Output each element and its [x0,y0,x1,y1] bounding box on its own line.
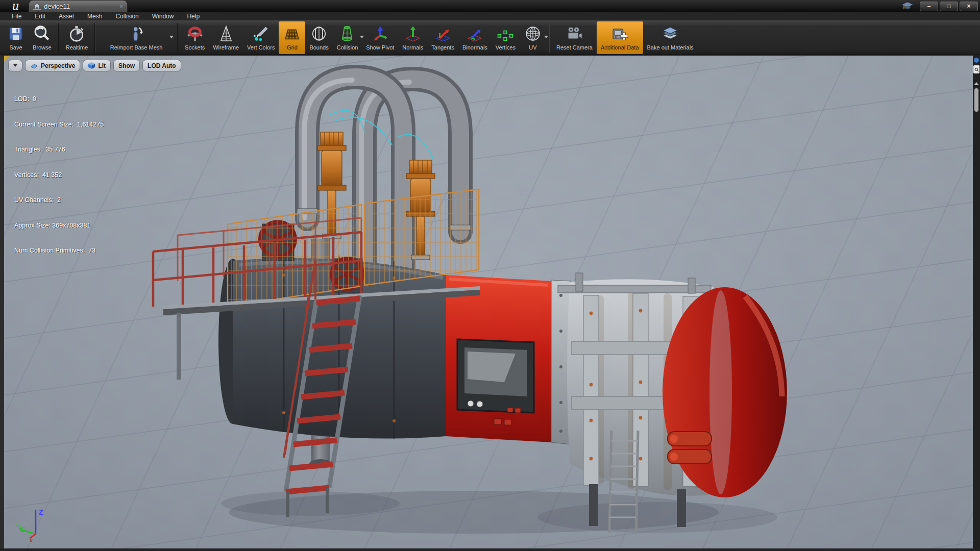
perspective-icon [30,63,38,69]
browse-icon [33,23,51,44]
reimport-base-mesh-button[interactable]: Reimport Base Mesh [98,21,175,54]
menu-file[interactable]: File [5,12,28,20]
menu-edit[interactable]: Edit [28,12,52,20]
reset-camera-icon [565,23,583,44]
title-bar: u device11 × – □ × [0,0,980,12]
additional-data-button[interactable]: Additional Data [597,21,643,54]
menu-collision[interactable]: Collision [109,12,145,20]
viewport-options-button[interactable] [8,60,22,71]
toolbar-separator [58,23,59,53]
menu-window[interactable]: Window [145,12,181,20]
panel-dot-icon[interactable] [974,58,979,63]
lit-button[interactable]: Lit [83,60,111,71]
stat-triangles: Triangles: 35 776 [14,145,104,154]
reset-camera-button[interactable]: Reset Camera [552,21,597,54]
window-bottom-border [0,548,980,551]
gizmo-z-label: Z [39,508,43,516]
menu-mesh[interactable]: Mesh [81,12,109,20]
grid-button[interactable]: Grid [279,21,305,54]
save-icon [7,23,24,44]
show-pivot-button[interactable]: Show Pivot [362,21,398,54]
uv-icon [524,23,542,44]
realtime-button[interactable]: Realtime [62,21,92,54]
right-panel-strip [973,56,980,548]
stat-uv-channels: UV Channels: 2 [14,196,104,205]
graduation-cap-icon[interactable] [901,1,914,11]
axis-gizmo: Z y x [14,504,55,542]
chevron-down-icon[interactable] [544,36,548,38]
main-toolbar: Save Browse Realtim [0,20,980,55]
static-mesh-editor-window: u device11 × – □ × File Edit Asset Mesh … [0,0,980,551]
show-button[interactable]: Show [113,60,140,71]
binormals-button[interactable]: Binormals [458,21,492,54]
normals-button[interactable]: Normals [398,21,427,54]
menu-help[interactable]: Help [180,12,206,20]
right-scrollbar-thumb[interactable] [974,88,978,112]
collision-icon [338,23,356,44]
show-pivot-icon [371,23,389,44]
tangents-button[interactable]: Tangents [427,21,458,54]
viewport-toolbar: Perspective Lit Show LOD Auto [8,60,181,71]
stat-vertices: Vertices: 41 352 [14,171,104,180]
mesh-stats-overlay: LOD: 0 Current Screen Size: 1,614275 Tri… [14,78,104,272]
normals-icon [404,23,422,44]
asset-tab-device11[interactable]: device11 × [29,0,128,12]
gizmo-x-label: x [30,537,33,542]
bounds-icon [310,23,328,44]
sockets-button[interactable]: Sockets [181,21,209,54]
panel-expand-arrow-icon[interactable] [974,82,979,85]
browse-button[interactable]: Browse [29,21,56,54]
uv-button[interactable]: UV [520,21,546,54]
toolbar-separator [177,23,178,53]
vertices-button[interactable]: Vertices [492,21,520,54]
toolbar-separator [549,23,550,53]
menu-asset[interactable]: Asset [52,12,81,20]
unreal-logo-icon: u [6,0,23,12]
static-mesh-preview [4,56,973,548]
vert-colors-button[interactable]: Vert Colors [243,21,279,54]
additional-data-icon [610,23,629,44]
stat-screen-size: Current Screen Size: 1,614275 [14,120,104,129]
chevron-down-icon[interactable] [169,36,174,38]
restore-button[interactable]: □ [940,2,958,11]
vert-colors-icon [252,23,270,44]
binormals-icon [465,23,484,44]
save-button[interactable]: Save [3,21,29,54]
bake-out-materials-icon [661,23,679,44]
chevron-down-icon [13,64,17,67]
vertices-icon [496,23,514,44]
grid-icon [283,23,301,44]
stat-collision-primitives: Num Collision Primitives: 73 [14,246,104,255]
menu-bar: File Edit Asset Mesh Collision Window He… [0,12,980,20]
bake-out-materials-button[interactable]: Bake out Materials [643,21,698,54]
tab-label: device11 [44,3,116,10]
reimport-base-mesh-icon [127,23,145,44]
viewport-canvas[interactable]: Perspective Lit Show LOD Auto LOD: 0 Cur… [4,56,973,548]
toolbar-separator [94,23,95,53]
lod-auto-button[interactable]: LOD Auto [142,60,181,71]
collision-button[interactable]: Collision [333,21,362,54]
lit-icon [88,62,95,69]
tangents-icon [434,23,452,44]
details-search-icon[interactable] [973,65,979,73]
tab-close-icon[interactable]: × [119,3,123,10]
realtime-icon [67,23,86,44]
close-button[interactable]: × [960,2,978,11]
sockets-icon [186,23,204,44]
stat-approx-size: Approx Size: 369x708x381 [14,221,104,230]
wireframe-icon [217,23,235,44]
window-left-border [0,56,4,551]
stat-lod: LOD: 0 [14,95,104,104]
minimize-button[interactable]: – [920,2,938,11]
wireframe-button[interactable]: Wireframe [209,21,243,54]
gizmo-y-label: y [16,523,19,528]
home-icon [33,3,41,10]
bounds-button[interactable]: Bounds [305,21,332,54]
perspective-button[interactable]: Perspective [25,60,80,71]
